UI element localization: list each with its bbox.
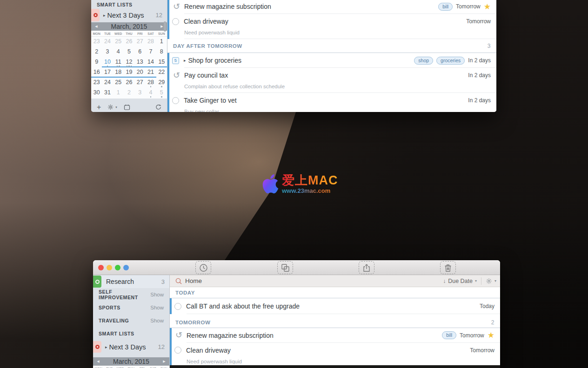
gear-icon[interactable] [107,104,114,110]
calendar-day[interactable]: 29 [156,78,167,88]
window-titlebar[interactable] [93,260,500,275]
share-toolbar-button[interactable] [359,261,374,274]
calendar-day[interactable]: 18 [113,67,124,78]
sidebar-group-traveling[interactable]: TRAVELING Show [93,314,169,327]
task-row[interactable]: ↺ Pay council tax In 2 days Complain abo… [167,68,496,93]
tag-pill[interactable]: shop [414,57,433,65]
calendar-day[interactable]: 2 [91,47,102,57]
view-options-icon[interactable] [486,278,492,284]
trash-toolbar-button[interactable] [440,261,456,274]
star-icon[interactable]: ★ [488,331,494,339]
calendar-day[interactable]: 21 [145,67,156,78]
calendar-day[interactable]: 28 [145,78,156,88]
chevron-down-icon[interactable]: ▾ [494,279,496,283]
recurring-checkbox-icon[interactable]: ↺ [172,71,181,80]
zoom-button[interactable] [115,265,120,270]
chevron-down-icon[interactable]: ▾ [475,279,477,283]
calendar-day[interactable]: 3 [102,47,113,57]
recurring-checkbox-icon[interactable]: ↺ [174,331,183,340]
sort-direction-icon[interactable]: ↓ [443,278,446,284]
calendar-prev-icon[interactable]: ◀ [93,360,103,363]
checkbox[interactable] [172,97,179,104]
calendar-icon[interactable] [124,104,130,110]
calendar-day[interactable]: 26 [124,37,134,47]
calendar-day[interactable]: 24 [102,78,113,88]
calendar-day[interactable]: 27 [134,37,145,47]
recurring-checkbox-icon[interactable]: ↺ [172,2,181,11]
task-row[interactable]: Call BT and ask about the free upgrade T… [170,298,500,314]
calendar-day[interactable]: 23 [91,37,102,47]
gear-chevron-icon[interactable]: ▾ [115,105,117,109]
calendar-day[interactable]: 31 [102,88,113,98]
calendar-day-today[interactable]: 10 [102,57,113,67]
calendar-day[interactable]: 7 [145,47,156,57]
checkbox[interactable] [174,347,181,354]
calendar-prev-icon[interactable]: ◀ [91,25,101,28]
calendar-day[interactable]: 9 [91,57,102,67]
schedule-clock-toolbar-button[interactable] [195,261,211,274]
calendar-day[interactable]: 16 [91,67,102,78]
sidebar-scrollbar[interactable] [164,21,166,32]
sync-refresh-icon[interactable] [155,104,161,110]
checkbox[interactable] [172,18,179,25]
calendar-day[interactable]: 23 [91,78,102,88]
calendar-day[interactable]: 4 [145,88,156,98]
calendar-day[interactable]: 5 [156,88,167,98]
calendar-day[interactable]: 24 [102,37,113,47]
calendar-day[interactable]: 13 [134,57,145,67]
calendar-day[interactable]: 3 [134,88,145,98]
duplicate-windows-toolbar-button[interactable] [277,261,293,274]
calendar-day[interactable]: 26 [124,78,134,88]
calendar-day[interactable]: 30 [91,88,102,98]
calendar-day[interactable]: 25 [113,37,124,47]
calendar-day[interactable]: 27 [134,78,145,88]
calendar-day[interactable]: 8 [156,47,167,57]
minimize-button[interactable] [107,265,112,270]
calendar-day[interactable]: 25 [113,78,124,88]
calendar-day[interactable]: 20 [134,67,145,78]
calendar-day[interactable]: 15 [156,57,167,67]
task-row[interactable]: Clean driveway Tomorrow Need powerwash l… [170,343,500,368]
disclosure-triangle-icon[interactable]: ▸ [184,58,186,63]
close-button[interactable] [98,265,104,270]
fullscreen-button[interactable] [123,265,129,270]
calendar-day[interactable]: 17 [102,67,113,78]
calendar-day[interactable]: 6 [134,47,145,57]
calendar-day[interactable]: 12 [124,57,134,67]
sidebar-group-self-improvement[interactable]: SELF IMPROVEMENT Show [93,288,169,301]
calendar-day[interactable]: 1 [113,88,124,98]
calendar-day[interactable]: 5 [124,47,134,57]
group-show-button[interactable]: Show [150,305,164,310]
calendar-day[interactable]: 28 [145,37,156,47]
tag-pill[interactable]: groceries [436,57,465,65]
sort-by-button[interactable]: Due Date [448,278,473,284]
disclosure-triangle-icon[interactable]: ▸ [103,13,106,18]
tag-pill[interactable]: bill [438,3,453,11]
calendar-day[interactable]: 22 [156,67,167,78]
sidebar-item-next-3-days[interactable]: ▸ Next 3 Days 12 [91,8,167,22]
add-list-button[interactable]: + [97,104,101,111]
search-bar[interactable]: Home ↓ Due Date ▾ ▾ [170,275,500,287]
sidebar-item-next-3-days[interactable]: ▸ Next 3 Days 12 [93,340,169,354]
star-icon[interactable]: ★ [484,3,491,11]
calendar-day[interactable]: 4 [113,47,124,57]
task-row[interactable]: ↺ Renew magazine subscription bill Tomor… [170,328,500,343]
group-show-button[interactable]: Show [150,318,164,323]
group-show-button[interactable]: Show [150,292,164,297]
task-row[interactable]: 5 ▸ Shop for groceries shop groceries In… [167,53,496,68]
calendar-day[interactable]: 11 [113,57,124,67]
checkbox[interactable] [174,303,181,310]
sidebar-item-research[interactable]: Research 3 [93,275,169,288]
sidebar-group-sports[interactable]: SPORTS Show [93,301,169,314]
checklist-checkbox[interactable]: 5 [172,57,179,64]
calendar-day[interactable]: 14 [145,57,156,67]
task-row[interactable]: Clean driveway Tomorrow Need powerwash l… [167,14,496,39]
task-row[interactable]: Take Ginger to vet In 2 days Buy new col… [167,93,496,112]
disclosure-triangle-icon[interactable]: ▸ [105,345,107,349]
calendar-day[interactable]: 2 [124,88,134,98]
tag-pill[interactable]: bill [442,331,456,339]
calendar-day[interactable]: 1 [156,37,167,47]
task-row[interactable]: ↺ Renew magazine subscription bill Tomor… [167,0,496,14]
calendar-day[interactable]: 19 [124,67,134,78]
calendar-next-icon[interactable]: ▶ [159,360,169,363]
